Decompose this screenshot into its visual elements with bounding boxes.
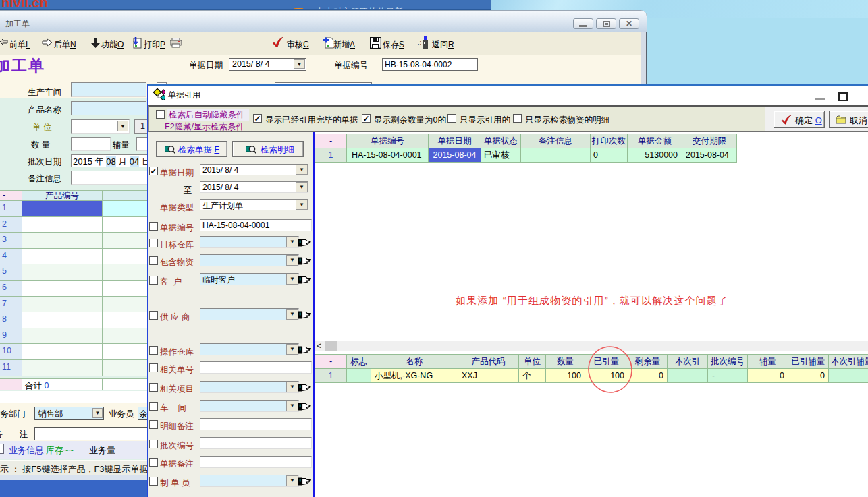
svg-text:.:: .:	[418, 39, 421, 46]
